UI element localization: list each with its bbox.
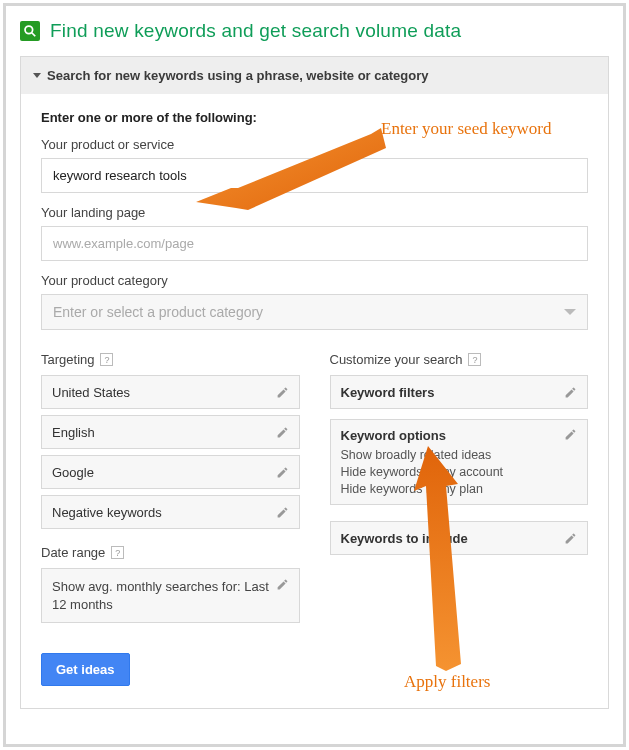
landing-input[interactable]	[41, 226, 588, 261]
keyword-options-title: Keyword options	[341, 428, 504, 443]
svg-point-0	[25, 26, 33, 34]
keywords-include[interactable]: Keywords to include	[330, 521, 589, 555]
keyword-options-line: Show broadly related ideas	[341, 448, 504, 462]
accordion-title: Search for new keywords using a phrase, …	[47, 68, 428, 83]
targeting-item-label: English	[52, 425, 95, 440]
customize-label: Customize your search ?	[330, 352, 589, 367]
landing-label: Your landing page	[41, 205, 588, 220]
targeting-item-label: Google	[52, 465, 94, 480]
help-icon[interactable]: ?	[111, 546, 124, 559]
product-label: Your product or service	[41, 137, 588, 152]
right-col: Customize your search ? Keyword filters …	[330, 352, 589, 623]
pencil-icon	[276, 426, 289, 439]
targeting-network[interactable]: Google	[41, 455, 300, 489]
keyword-options-line: Hide keywords in my account	[341, 465, 504, 479]
planner-frame: Find new keywords and get search volume …	[3, 3, 626, 747]
help-icon[interactable]: ?	[100, 353, 113, 366]
keyword-options-line: Hide keywords in my plan	[341, 482, 504, 496]
chevron-down-icon	[564, 309, 576, 315]
category-label: Your product category	[41, 273, 588, 288]
daterange-label: Date range ?	[41, 545, 300, 560]
pencil-icon	[276, 506, 289, 519]
search-accordion: Search for new keywords using a phrase, …	[20, 56, 609, 709]
category-select[interactable]: Enter or select a product category	[41, 294, 588, 330]
pencil-icon	[276, 466, 289, 479]
pencil-icon	[276, 578, 289, 594]
daterange-text: Show avg. monthly searches for: Last 12 …	[52, 578, 276, 613]
product-input[interactable]	[41, 158, 588, 193]
pencil-icon	[564, 386, 577, 399]
accordion-header[interactable]: Search for new keywords using a phrase, …	[21, 57, 608, 94]
keyword-filters-title: Keyword filters	[341, 385, 435, 400]
page-title: Find new keywords and get search volume …	[50, 20, 461, 42]
category-placeholder: Enter or select a product category	[53, 304, 263, 320]
pencil-icon	[564, 532, 577, 545]
left-col: Targeting ? United States English	[41, 352, 300, 623]
page-header: Find new keywords and get search volume …	[6, 6, 623, 50]
keyword-filters[interactable]: Keyword filters	[330, 375, 589, 409]
targeting-language[interactable]: English	[41, 415, 300, 449]
targeting-location[interactable]: United States	[41, 375, 300, 409]
caret-down-icon	[33, 73, 41, 78]
search-icon	[20, 21, 40, 41]
options-two-col: Targeting ? United States English	[41, 352, 588, 623]
keywords-include-title: Keywords to include	[341, 531, 468, 546]
targeting-item-label: Negative keywords	[52, 505, 162, 520]
pencil-icon	[564, 428, 577, 441]
daterange-box[interactable]: Show avg. monthly searches for: Last 12 …	[41, 568, 300, 623]
pencil-icon	[276, 386, 289, 399]
targeting-negative[interactable]: Negative keywords	[41, 495, 300, 529]
keyword-options-lines: Keyword options Show broadly related ide…	[341, 428, 504, 496]
accordion-body: Enter one or more of the following: Your…	[21, 94, 608, 708]
keyword-options[interactable]: Keyword options Show broadly related ide…	[330, 419, 589, 505]
targeting-item-label: United States	[52, 385, 130, 400]
help-icon[interactable]: ?	[468, 353, 481, 366]
get-ideas-button[interactable]: Get ideas	[41, 653, 130, 686]
targeting-label: Targeting ?	[41, 352, 300, 367]
svg-line-1	[32, 33, 36, 37]
intro-title: Enter one or more of the following:	[41, 110, 588, 125]
